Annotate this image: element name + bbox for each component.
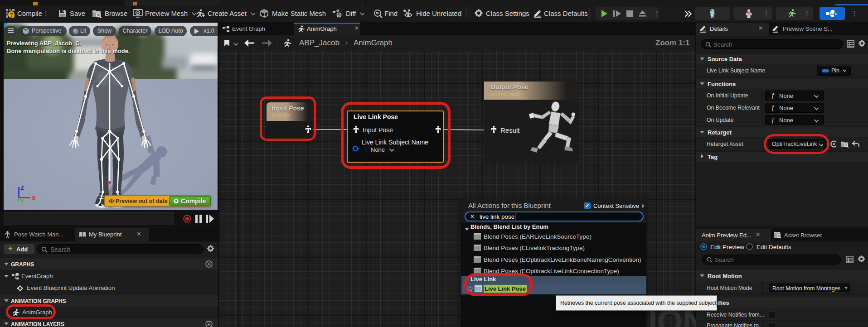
svg-text:X: X (32, 195, 36, 202)
svg-text:?: ? (10, 12, 13, 18)
svg-text:*: * (835, 12, 837, 17)
svg-text:Z: Z (20, 184, 24, 191)
svg-text:Y: Y (20, 198, 24, 205)
